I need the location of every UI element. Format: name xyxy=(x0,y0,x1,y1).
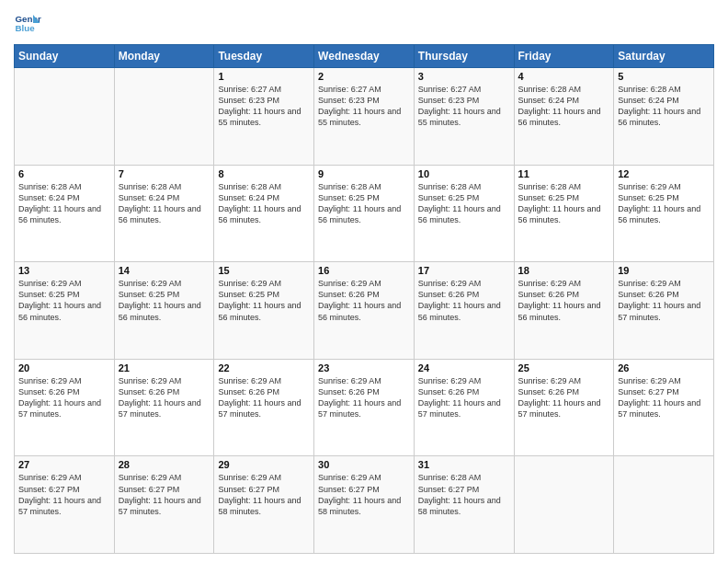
day-number: 7 xyxy=(119,168,210,179)
svg-text:Blue: Blue xyxy=(16,23,36,33)
day-number: 3 xyxy=(418,71,510,82)
day-cell: 4Sunrise: 6:28 AM Sunset: 6:24 PM Daylig… xyxy=(514,68,614,166)
day-number: 14 xyxy=(119,265,210,276)
day-cell: 17Sunrise: 6:29 AM Sunset: 6:26 PM Dayli… xyxy=(414,262,514,360)
day-cell: 25Sunrise: 6:29 AM Sunset: 6:26 PM Dayli… xyxy=(514,359,614,456)
day-cell: 27Sunrise: 6:29 AM Sunset: 6:27 PM Dayli… xyxy=(15,456,115,554)
day-cell: 30Sunrise: 6:29 AM Sunset: 6:27 PM Dayli… xyxy=(314,456,415,554)
day-cell: 1Sunrise: 6:27 AM Sunset: 6:23 PM Daylig… xyxy=(214,68,314,166)
day-info: Sunrise: 6:29 AM Sunset: 6:27 PM Dayligh… xyxy=(119,472,210,517)
day-info: Sunrise: 6:29 AM Sunset: 6:26 PM Dayligh… xyxy=(218,375,310,420)
day-number: 11 xyxy=(518,168,610,179)
day-info: Sunrise: 6:27 AM Sunset: 6:23 PM Dayligh… xyxy=(218,84,310,129)
day-info: Sunrise: 6:28 AM Sunset: 6:24 PM Dayligh… xyxy=(18,181,110,226)
day-cell: 19Sunrise: 6:29 AM Sunset: 6:26 PM Dayli… xyxy=(614,262,714,360)
day-number: 6 xyxy=(18,168,110,179)
week-row-1: 1Sunrise: 6:27 AM Sunset: 6:23 PM Daylig… xyxy=(15,68,714,166)
day-info: Sunrise: 6:29 AM Sunset: 6:26 PM Dayligh… xyxy=(418,375,510,420)
week-row-4: 20Sunrise: 6:29 AM Sunset: 6:26 PM Dayli… xyxy=(15,359,714,456)
day-number: 17 xyxy=(418,265,510,276)
day-cell: 29Sunrise: 6:29 AM Sunset: 6:27 PM Dayli… xyxy=(214,456,314,554)
day-cell: 26Sunrise: 6:29 AM Sunset: 6:27 PM Dayli… xyxy=(614,359,714,456)
day-info: Sunrise: 6:29 AM Sunset: 6:26 PM Dayligh… xyxy=(518,278,610,323)
day-number: 22 xyxy=(218,362,310,373)
day-cell: 15Sunrise: 6:29 AM Sunset: 6:25 PM Dayli… xyxy=(214,262,314,360)
day-info: Sunrise: 6:29 AM Sunset: 6:27 PM Dayligh… xyxy=(18,472,110,517)
day-number: 25 xyxy=(518,362,610,373)
day-number: 18 xyxy=(518,265,610,276)
day-info: Sunrise: 6:28 AM Sunset: 6:24 PM Dayligh… xyxy=(518,84,610,129)
week-row-3: 13Sunrise: 6:29 AM Sunset: 6:25 PM Dayli… xyxy=(15,262,714,360)
day-cell xyxy=(114,68,214,166)
day-info: Sunrise: 6:28 AM Sunset: 6:24 PM Dayligh… xyxy=(218,181,310,226)
weekday-wednesday: Wednesday xyxy=(314,45,415,68)
weekday-monday: Monday xyxy=(114,45,214,68)
logo-icon: General Blue xyxy=(14,9,41,37)
day-info: Sunrise: 6:29 AM Sunset: 6:27 PM Dayligh… xyxy=(618,375,710,420)
day-cell: 13Sunrise: 6:29 AM Sunset: 6:25 PM Dayli… xyxy=(15,262,115,360)
day-info: Sunrise: 6:29 AM Sunset: 6:27 PM Dayligh… xyxy=(318,472,410,517)
day-cell xyxy=(614,456,714,554)
day-cell: 24Sunrise: 6:29 AM Sunset: 6:26 PM Dayli… xyxy=(414,359,514,456)
day-info: Sunrise: 6:28 AM Sunset: 6:24 PM Dayligh… xyxy=(119,181,210,226)
day-info: Sunrise: 6:29 AM Sunset: 6:26 PM Dayligh… xyxy=(518,375,610,420)
day-cell: 2Sunrise: 6:27 AM Sunset: 6:23 PM Daylig… xyxy=(314,68,415,166)
weekday-thursday: Thursday xyxy=(414,45,514,68)
day-info: Sunrise: 6:29 AM Sunset: 6:25 PM Dayligh… xyxy=(119,278,210,323)
day-number: 30 xyxy=(318,459,410,470)
day-cell: 14Sunrise: 6:29 AM Sunset: 6:25 PM Dayli… xyxy=(114,262,214,360)
day-info: Sunrise: 6:29 AM Sunset: 6:26 PM Dayligh… xyxy=(618,278,710,323)
calendar-table: SundayMondayTuesdayWednesdayThursdayFrid… xyxy=(14,44,714,554)
day-cell: 20Sunrise: 6:29 AM Sunset: 6:26 PM Dayli… xyxy=(15,359,115,456)
day-cell: 9Sunrise: 6:28 AM Sunset: 6:25 PM Daylig… xyxy=(314,165,415,262)
day-info: Sunrise: 6:28 AM Sunset: 6:24 PM Dayligh… xyxy=(618,84,710,129)
day-cell: 3Sunrise: 6:27 AM Sunset: 6:23 PM Daylig… xyxy=(414,68,514,166)
day-info: Sunrise: 6:29 AM Sunset: 6:26 PM Dayligh… xyxy=(418,278,510,323)
day-number: 13 xyxy=(18,265,110,276)
day-info: Sunrise: 6:29 AM Sunset: 6:25 PM Dayligh… xyxy=(618,181,710,226)
weekday-header-row: SundayMondayTuesdayWednesdayThursdayFrid… xyxy=(15,45,714,68)
day-cell: 7Sunrise: 6:28 AM Sunset: 6:24 PM Daylig… xyxy=(114,165,214,262)
day-cell xyxy=(514,456,614,554)
day-number: 15 xyxy=(218,265,310,276)
day-cell xyxy=(15,68,115,166)
day-number: 5 xyxy=(618,71,710,82)
day-cell: 16Sunrise: 6:29 AM Sunset: 6:26 PM Dayli… xyxy=(314,262,415,360)
day-cell: 28Sunrise: 6:29 AM Sunset: 6:27 PM Dayli… xyxy=(114,456,214,554)
day-number: 21 xyxy=(119,362,210,373)
weekday-tuesday: Tuesday xyxy=(214,45,314,68)
day-cell: 11Sunrise: 6:28 AM Sunset: 6:25 PM Dayli… xyxy=(514,165,614,262)
day-cell: 8Sunrise: 6:28 AM Sunset: 6:24 PM Daylig… xyxy=(214,165,314,262)
day-number: 2 xyxy=(318,71,410,82)
week-row-2: 6Sunrise: 6:28 AM Sunset: 6:24 PM Daylig… xyxy=(15,165,714,262)
day-info: Sunrise: 6:27 AM Sunset: 6:23 PM Dayligh… xyxy=(318,84,410,129)
day-number: 9 xyxy=(318,168,410,179)
page: General Blue SundayMondayTuesdayWednesda… xyxy=(0,0,728,563)
day-number: 27 xyxy=(18,459,110,470)
day-number: 26 xyxy=(618,362,710,373)
day-info: Sunrise: 6:27 AM Sunset: 6:23 PM Dayligh… xyxy=(418,84,510,129)
day-number: 28 xyxy=(119,459,210,470)
day-info: Sunrise: 6:29 AM Sunset: 6:26 PM Dayligh… xyxy=(119,375,210,420)
calendar-body: 1Sunrise: 6:27 AM Sunset: 6:23 PM Daylig… xyxy=(15,68,714,554)
day-number: 16 xyxy=(318,265,410,276)
day-cell: 21Sunrise: 6:29 AM Sunset: 6:26 PM Dayli… xyxy=(114,359,214,456)
day-cell: 18Sunrise: 6:29 AM Sunset: 6:26 PM Dayli… xyxy=(514,262,614,360)
day-info: Sunrise: 6:28 AM Sunset: 6:25 PM Dayligh… xyxy=(318,181,410,226)
day-info: Sunrise: 6:29 AM Sunset: 6:26 PM Dayligh… xyxy=(18,375,110,420)
day-number: 24 xyxy=(418,362,510,373)
day-number: 1 xyxy=(218,71,310,82)
day-info: Sunrise: 6:28 AM Sunset: 6:25 PM Dayligh… xyxy=(418,181,510,226)
day-cell: 10Sunrise: 6:28 AM Sunset: 6:25 PM Dayli… xyxy=(414,165,514,262)
day-cell: 23Sunrise: 6:29 AM Sunset: 6:26 PM Dayli… xyxy=(314,359,415,456)
day-info: Sunrise: 6:29 AM Sunset: 6:26 PM Dayligh… xyxy=(318,375,410,420)
day-cell: 22Sunrise: 6:29 AM Sunset: 6:26 PM Dayli… xyxy=(214,359,314,456)
day-cell: 12Sunrise: 6:29 AM Sunset: 6:25 PM Dayli… xyxy=(614,165,714,262)
day-info: Sunrise: 6:28 AM Sunset: 6:25 PM Dayligh… xyxy=(518,181,610,226)
weekday-friday: Friday xyxy=(514,45,614,68)
weekday-sunday: Sunday xyxy=(15,45,115,68)
day-number: 19 xyxy=(618,265,710,276)
day-cell: 6Sunrise: 6:28 AM Sunset: 6:24 PM Daylig… xyxy=(15,165,115,262)
day-number: 23 xyxy=(318,362,410,373)
week-row-5: 27Sunrise: 6:29 AM Sunset: 6:27 PM Dayli… xyxy=(15,456,714,554)
